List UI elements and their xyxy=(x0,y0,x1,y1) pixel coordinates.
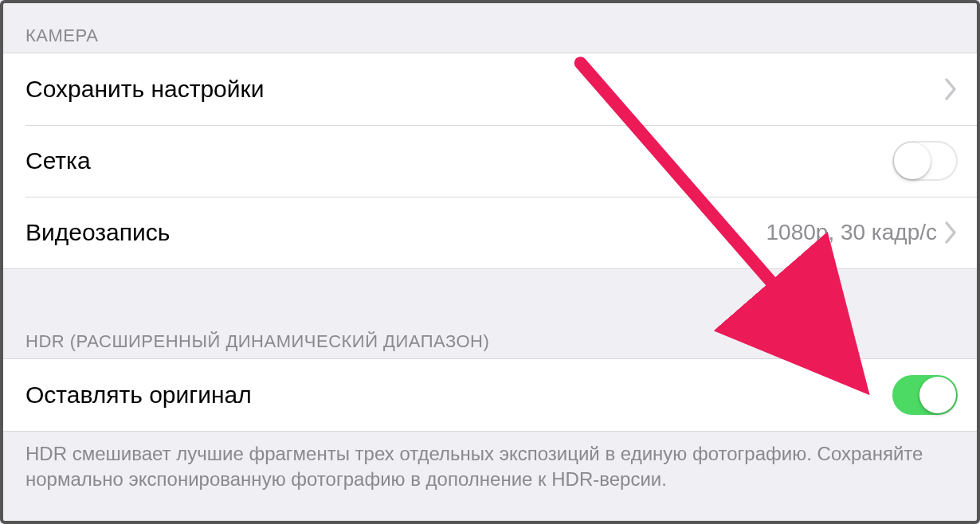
row-grid-label: Сетка xyxy=(25,147,892,174)
row-save-settings[interactable]: Сохранить настройки xyxy=(3,53,977,125)
chevron-right-icon xyxy=(945,221,958,244)
row-video-recording-label: Видеозапись xyxy=(25,219,766,246)
section-header-hdr: HDR (РАСШИРЕННЫЙ ДИНАМИЧЕСКИЙ ДИАПАЗОН) xyxy=(3,317,977,358)
row-video-recording-value: 1080p, 30 кадр/с xyxy=(766,220,937,245)
switch-keep-original[interactable] xyxy=(892,375,958,415)
row-save-settings-label: Сохранить настройки xyxy=(25,76,945,103)
camera-group: Сохранить настройки Сетка Видеозапись 10… xyxy=(3,53,977,269)
row-keep-original-label: Оставлять оригинал xyxy=(25,381,892,409)
section-footer-hdr: HDR смешивает лучшие фрагменты трех отде… xyxy=(3,432,977,507)
row-grid[interactable]: Сетка xyxy=(3,125,977,197)
row-video-recording[interactable]: Видеозапись 1080p, 30 кадр/с xyxy=(3,197,977,268)
row-keep-original[interactable]: Оставлять оригинал xyxy=(3,359,977,431)
hdr-group: Оставлять оригинал xyxy=(3,358,977,432)
chevron-right-icon xyxy=(945,78,958,100)
section-header-camera: КАМЕРА xyxy=(3,11,977,53)
switch-grid[interactable] xyxy=(892,141,958,181)
